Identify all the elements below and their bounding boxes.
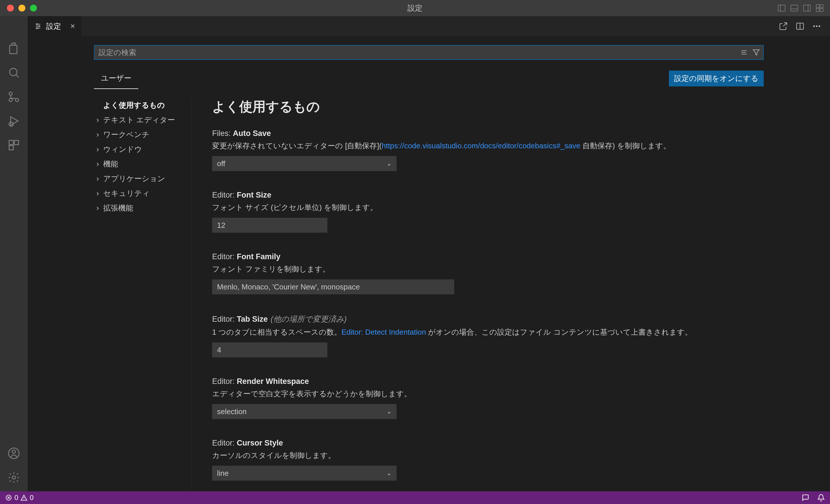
tab-close-button[interactable]: × [70,22,75,31]
detect-indentation-link[interactable]: Editor: Detect Indentation [342,328,426,336]
settings-editor[interactable]: よく使用するもの Files: Auto Save 変更が保存されていないエディ… [192,98,764,491]
activity-run-debug[interactable] [7,114,21,128]
toc-item-workbench[interactable]: ›ワークベンチ [94,127,189,142]
customize-layout-icon[interactable] [815,3,824,13]
setting-editor-fontsize: Editor: Font Size フォント サイズ (ピクセル単位) を制御し… [212,191,764,233]
svg-rect-0 [778,5,785,11]
svg-point-23 [9,92,12,95]
svg-point-13 [36,24,38,25]
settings-tab-icon [34,22,42,30]
tabsize-input[interactable]: 4 [212,342,327,358]
svg-rect-6 [816,5,819,8]
svg-marker-26 [11,116,18,125]
search-placeholder: 設定の検索 [99,47,136,58]
activity-source-control[interactable] [7,90,21,104]
tab-label: 設定 [46,21,61,31]
toggle-panel-icon[interactable] [790,3,799,13]
scope-tab-user[interactable]: ユーザー [94,68,138,89]
window-close-button[interactable] [7,5,14,11]
chevron-down-icon: ⌄ [386,160,392,167]
svg-rect-7 [820,5,823,8]
svg-rect-29 [14,140,19,145]
svg-rect-30 [9,146,13,150]
toggle-primary-sidebar-icon[interactable] [777,3,786,13]
setting-editor-cursorstyle: Editor: Cursor Style カーソルのスタイルを制御します。 li… [212,439,764,481]
svg-line-22 [16,75,19,77]
chevron-down-icon: ⌄ [386,469,392,477]
svg-point-21 [9,68,17,76]
clear-search-icon[interactable] [740,48,748,57]
feedback-icon[interactable] [802,494,809,501]
open-settings-json-icon[interactable] [779,22,788,31]
toc-item-features[interactable]: ›機能 [94,157,189,171]
window-title: 設定 [408,3,422,13]
setting-files-autosave: Files: Auto Save 変更が保存されていないエディターの [自動保存… [212,129,764,171]
toc-item-commonly-used[interactable]: よく使用するもの [94,98,189,112]
setting-editor-tabsize: Editor: Tab Size(他の場所で変更済み) 1 つのタブに相当するス… [212,314,764,358]
activity-search[interactable] [7,66,21,79]
svg-point-15 [36,28,38,29]
toc-item-application[interactable]: ›アプリケーション [94,171,189,186]
cursorstyle-select[interactable]: line⌄ [212,466,396,481]
svg-point-33 [12,476,15,479]
toc-item-window[interactable]: ›ウィンドウ [94,142,189,157]
tab-settings[interactable]: 設定 × [28,16,82,36]
svg-rect-8 [816,8,819,11]
svg-point-25 [9,99,12,102]
status-problems[interactable]: 0 0 [5,494,34,502]
activity-accounts[interactable] [7,446,21,460]
svg-point-14 [38,26,40,27]
svg-point-19 [817,26,817,27]
setting-editor-renderwhitespace: Editor: Render Whitespace エディターで空白文字を表示す… [212,377,764,419]
window-maximize-button[interactable] [30,5,37,11]
split-editor-icon[interactable] [795,22,805,31]
renderwhitespace-select[interactable]: selection⌄ [212,404,396,419]
window-minimize-button[interactable] [19,5,25,11]
svg-rect-28 [9,140,13,145]
svg-rect-2 [791,5,798,11]
toc-item-text-editor[interactable]: ›テキスト エディター [94,112,189,127]
bell-icon[interactable] [817,494,825,501]
filter-icon[interactable] [752,48,760,57]
svg-point-32 [12,450,15,453]
autosave-select[interactable]: off⌄ [212,156,396,171]
fontsize-input[interactable]: 12 [212,218,327,233]
fontfamily-input[interactable]: Menlo, Monaco, 'Courier New', monospace [212,279,454,294]
section-heading: よく使用するもの [212,98,764,116]
activity-manage[interactable] [7,471,21,484]
tab-bar: 設定 × [0,16,830,36]
more-actions-icon[interactable] [812,22,821,31]
autosave-doc-link[interactable]: https://code.visualstudio.com/docs/edito… [382,141,580,150]
svg-point-18 [813,26,815,27]
settings-toc: よく使用するもの ›テキスト エディター ›ワークベンチ ›ウィンドウ ›機能 … [94,98,192,491]
settings-search-input[interactable]: 設定の検索 [94,45,764,60]
svg-point-20 [819,26,820,27]
title-bar: 設定 [0,0,830,16]
toc-item-extensions[interactable]: ›拡張機能 [94,201,189,215]
svg-rect-4 [803,5,810,11]
toggle-secondary-sidebar-icon[interactable] [802,3,811,13]
activity-bar [0,36,28,491]
settings-sync-button[interactable]: 設定の同期をオンにする [669,71,764,87]
activity-extensions[interactable] [7,138,21,152]
chevron-down-icon: ⌄ [386,408,392,415]
svg-point-24 [15,99,19,102]
svg-rect-9 [820,8,823,11]
activity-explorer[interactable] [7,41,21,55]
setting-editor-fontfamily: Editor: Font Family フォント ファミリを制御します。 Men… [212,252,764,294]
toc-item-security[interactable]: ›セキュリティ [94,186,189,201]
svg-marker-37 [753,50,759,55]
status-bar: 0 0 [0,491,830,504]
